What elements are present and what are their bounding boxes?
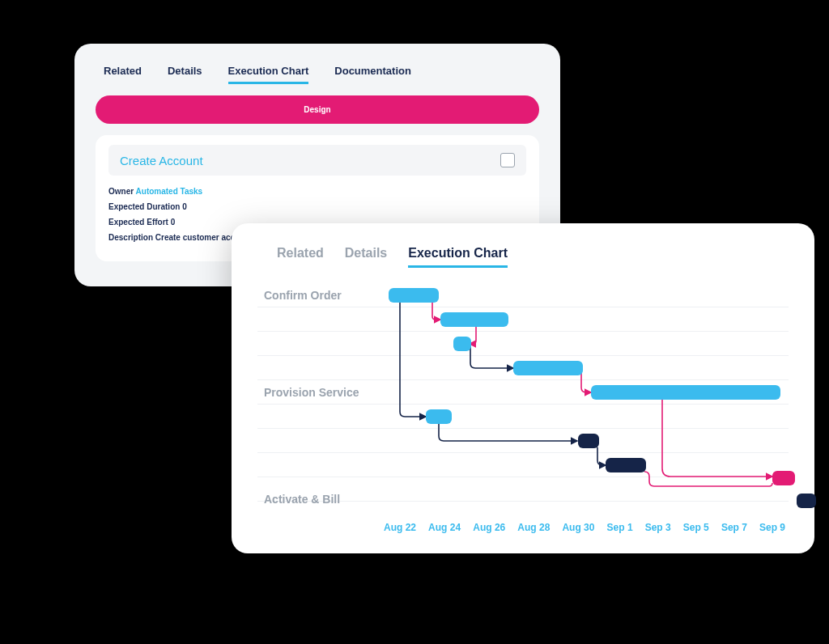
grid-line xyxy=(257,428,789,429)
xaxis-tick: Sep 9 xyxy=(759,522,785,533)
gantt-bar[interactable] xyxy=(772,471,795,485)
gantt-bar[interactable] xyxy=(797,494,816,508)
xaxis-tick: Sep 3 xyxy=(645,522,671,533)
xaxis-tick: Aug 22 xyxy=(384,522,416,533)
expected-duration-value: 0 xyxy=(182,202,187,211)
expected-effort-value: 0 xyxy=(171,218,176,227)
tab-execution-chart[interactable]: Execution Chart xyxy=(228,65,309,84)
gantt-bar[interactable] xyxy=(591,385,780,400)
xaxis-tick: Aug 30 xyxy=(562,522,594,533)
tab-details[interactable]: Details xyxy=(168,65,202,84)
xaxis-tick: Sep 7 xyxy=(721,522,747,533)
gantt-bar[interactable] xyxy=(440,312,508,327)
gantt-bar[interactable] xyxy=(426,409,452,424)
grid-line xyxy=(257,355,789,356)
front-tab-related[interactable]: Related xyxy=(277,246,324,268)
account-title: Create Account xyxy=(120,154,203,167)
account-checkbox[interactable] xyxy=(500,153,515,167)
owner-row: Owner Automated Tasks xyxy=(108,187,526,196)
row-label-confirm-order: Confirm Order xyxy=(264,289,342,302)
grid-line xyxy=(257,379,789,380)
xaxis-tick: Sep 5 xyxy=(683,522,709,533)
grid-line xyxy=(257,307,789,307)
owner-value-link[interactable]: Automated Tasks xyxy=(136,187,203,196)
gantt-bar[interactable] xyxy=(578,434,599,448)
gantt-bar[interactable] xyxy=(389,288,439,303)
tab-related[interactable]: Related xyxy=(104,65,142,84)
expected-duration-row: Expected Duration 0 xyxy=(108,202,526,211)
grid-line xyxy=(257,404,789,405)
gantt-bar[interactable] xyxy=(606,458,646,472)
owner-label: Owner xyxy=(108,187,134,196)
gantt-xaxis: Aug 22 Aug 24 Aug 26 Aug 28 Aug 30 Sep 1… xyxy=(384,522,785,533)
grid-line xyxy=(257,477,789,477)
dependency-overlay xyxy=(257,282,789,517)
account-header-row: Create Account xyxy=(108,145,526,176)
expected-effort-label: Expected Effort xyxy=(108,218,168,227)
front-tab-execution-chart[interactable]: Execution Chart xyxy=(408,246,508,268)
grid-line xyxy=(257,331,789,332)
design-pill[interactable]: Design xyxy=(96,95,539,124)
back-tabs: Related Details Execution Chart Document… xyxy=(104,65,539,84)
gantt-bar[interactable] xyxy=(453,337,471,351)
execution-chart-card: Related Details Execution Chart Confirm … xyxy=(232,223,814,553)
tab-documentation[interactable]: Documentation xyxy=(334,65,411,84)
front-tabs: Related Details Execution Chart xyxy=(277,246,793,268)
grid-line xyxy=(257,452,789,453)
gantt-bar[interactable] xyxy=(513,361,583,375)
xaxis-tick: Aug 26 xyxy=(473,522,505,533)
xaxis-tick: Aug 24 xyxy=(428,522,461,533)
row-label-activate-bill: Activate & Bill xyxy=(264,493,340,506)
row-label-provision-service: Provision Service xyxy=(264,386,359,399)
xaxis-tick: Sep 1 xyxy=(607,522,633,533)
description-label: Description xyxy=(108,233,153,242)
expected-duration-label: Expected Duration xyxy=(108,202,180,211)
gantt-chart: Confirm Order Provision Service Activate… xyxy=(257,282,789,517)
front-tab-details[interactable]: Details xyxy=(345,246,387,268)
xaxis-tick: Aug 28 xyxy=(517,522,550,533)
